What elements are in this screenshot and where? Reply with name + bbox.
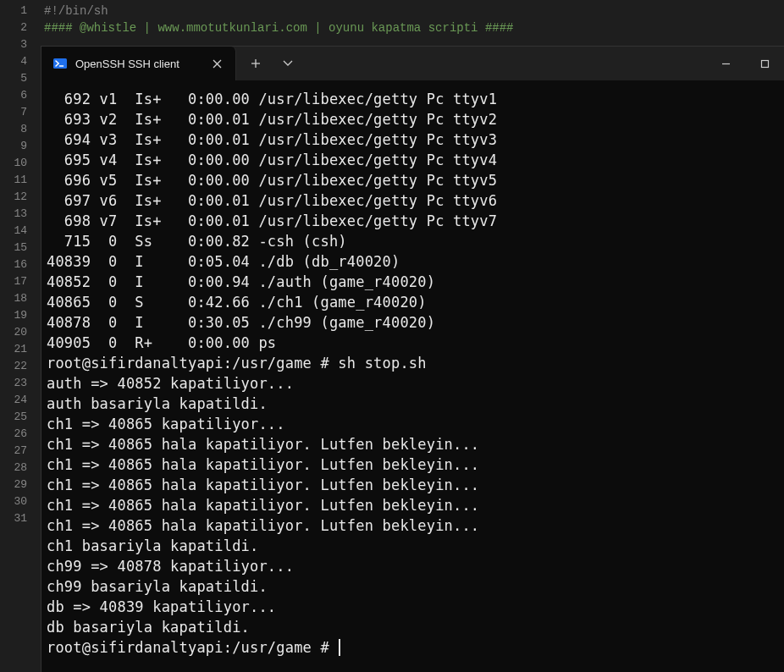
terminal-line: 697 v6 Is+ 0:00.01 /usr/libexec/getty Pc… (47, 190, 784, 211)
tab-dropdown-button[interactable] (273, 49, 302, 78)
line-number: 2 (0, 19, 27, 36)
terminal-line: 40905 0 R+ 0:00.00 ps (47, 333, 784, 353)
terminal-line: ch1 => 40865 hala kapatiliyor. Lutfen be… (47, 515, 784, 536)
terminal-line: 40865 0 S 0:42.66 ./ch1 (game_r40020) (47, 292, 784, 312)
terminal-cursor (339, 639, 340, 656)
line-number: 21 (0, 341, 27, 358)
maximize-icon (760, 59, 770, 69)
terminal-line: 40878 0 I 0:30.05 ./ch99 (game_r40020) (47, 312, 784, 333)
line-number: 25 (0, 409, 27, 426)
terminal-line: ch1 => 40865 hala kapatiliyor. Lutfen be… (47, 454, 784, 475)
terminal-line: 715 0 Ss 0:00.82 -csh (csh) (47, 231, 784, 251)
terminal-line: root@sifirdanaltyapi:/usr/game # (47, 637, 784, 658)
svg-rect-0 (53, 58, 67, 69)
new-tab-button[interactable] (241, 49, 270, 78)
terminal-line: ch99 basariyla kapatildi. (47, 576, 784, 597)
line-number: 6 (0, 87, 27, 104)
line-number: 13 (0, 206, 27, 223)
terminal-line: db basariyla kapatildi. (47, 617, 784, 637)
line-number: 24 (0, 392, 27, 409)
minimize-button[interactable] (706, 47, 745, 80)
editor-line-1: #!/bin/sh (44, 4, 108, 18)
terminal-line: ch1 => 40865 hala kapatiliyor. Lutfen be… (47, 475, 784, 495)
line-number: 10 (0, 155, 27, 172)
line-number: 26 (0, 426, 27, 443)
terminal-window: OpenSSH SSH client (41, 46, 784, 672)
terminal-line: ch99 => 40878 kapatiliyor... (47, 556, 784, 576)
terminal-line: db => 40839 kapatiliyor... (47, 597, 784, 617)
plus-icon (251, 58, 261, 69)
terminal-line: ch1 basariyla kapatildi. (47, 536, 784, 556)
line-number: 1 (0, 3, 27, 19)
terminal-tab[interactable]: OpenSSH SSH client (41, 47, 236, 80)
line-number: 20 (0, 324, 27, 341)
terminal-line: 692 v1 Is+ 0:00.00 /usr/libexec/getty Pc… (47, 89, 784, 109)
line-number: 12 (0, 189, 27, 206)
terminal-line: auth basariyla kapatildi. (47, 394, 784, 414)
terminal-line: 698 v7 Is+ 0:00.01 /usr/libexec/getty Pc… (47, 211, 784, 231)
line-number: 28 (0, 460, 27, 476)
terminal-line: ch1 => 40865 kapatiliyor... (47, 414, 784, 434)
maximize-button[interactable] (745, 47, 784, 80)
svg-rect-7 (761, 60, 768, 67)
terminal-line: 696 v5 Is+ 0:00.00 /usr/libexec/getty Pc… (47, 170, 784, 190)
line-number: 22 (0, 358, 27, 375)
terminal-line: ch1 => 40865 hala kapatiliyor. Lutfen be… (47, 434, 784, 454)
line-number: 8 (0, 121, 27, 138)
close-tab-button[interactable] (208, 55, 225, 72)
editor-line-2: #### @whistle | www.mmotutkunlari.com | … (44, 21, 514, 35)
line-number: 19 (0, 307, 27, 324)
line-number: 18 (0, 290, 27, 307)
line-number: 16 (0, 256, 27, 273)
line-number: 11 (0, 172, 27, 189)
titlebar: OpenSSH SSH client (41, 47, 784, 80)
terminal-line: 695 v4 Is+ 0:00.00 /usr/libexec/getty Pc… (47, 150, 784, 170)
minimize-icon (721, 59, 731, 69)
terminal-line: auth => 40852 kapatiliyor... (47, 373, 784, 394)
line-number: 17 (0, 273, 27, 290)
line-number: 29 (0, 476, 27, 493)
powershell-icon (53, 57, 67, 70)
terminal-line: root@sifirdanaltyapi:/usr/game # sh stop… (47, 353, 784, 373)
line-number: 5 (0, 70, 27, 87)
chevron-down-icon (283, 60, 293, 67)
line-number: 4 (0, 53, 27, 70)
window-controls (706, 47, 784, 80)
close-icon (213, 59, 222, 69)
terminal-line: 693 v2 Is+ 0:00.01 /usr/libexec/getty Pc… (47, 109, 784, 129)
line-number: 31 (0, 510, 27, 527)
line-number: 15 (0, 240, 27, 256)
line-number: 23 (0, 375, 27, 392)
terminal-line: 40839 0 I 0:05.04 ./db (db_r40020) (47, 251, 784, 272)
line-number: 9 (0, 138, 27, 155)
tab-title: OpenSSH SSH client (75, 58, 200, 70)
terminal-line: 694 v3 Is+ 0:00.01 /usr/libexec/getty Pc… (47, 129, 784, 150)
line-number: 14 (0, 223, 27, 240)
terminal-body[interactable]: 692 v1 Is+ 0:00.00 /usr/libexec/getty Pc… (41, 80, 784, 672)
line-number-gutter: 1234567891011121314151617181920212223242… (0, 0, 36, 672)
terminal-line: ch1 => 40865 hala kapatiliyor. Lutfen be… (47, 495, 784, 515)
line-number: 3 (0, 36, 27, 53)
titlebar-actions (236, 47, 302, 80)
line-number: 27 (0, 443, 27, 460)
terminal-line: 40852 0 I 0:00.94 ./auth (game_r40020) (47, 272, 784, 292)
line-number: 30 (0, 493, 27, 510)
line-number: 7 (0, 104, 27, 121)
